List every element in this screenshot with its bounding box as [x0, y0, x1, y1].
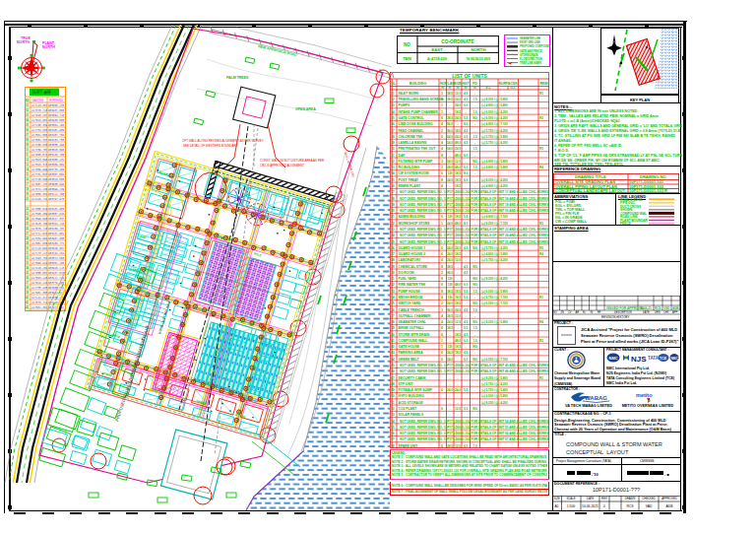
svg-text:CPT WALL ALONG REVISED ALIGNME: CPT WALL ALONG REVISED ALIGNMENT AS PER …: [182, 139, 264, 143]
svg-text:FILTERS: FILTERS: [192, 305, 206, 313]
svg-text:CRZ-III APPROVED ALIGNMENT: CRZ-III APPROVED ALIGNMENT: [260, 164, 304, 167]
svg-text:OPEN AREA: OPEN AREA: [295, 107, 316, 111]
svg-text:RO-2: RO-2: [253, 251, 262, 257]
svg-text:NEW APPROACH ROAD: NEW APPROACH ROAD: [258, 44, 298, 57]
svg-text:SEE DETAIL OF WESTERN BOUNDARY: SEE DETAIL OF WESTERN BOUNDARY: [183, 144, 238, 148]
svg-text:PALM TREES: PALM TREES: [226, 76, 249, 80]
svg-text:CONST. WALL IN NOT DISTURB ARE: CONST. WALL IN NOT DISTURB AREA AS PER: [260, 159, 325, 163]
svg-text:INTAKE: INTAKE: [158, 170, 170, 177]
